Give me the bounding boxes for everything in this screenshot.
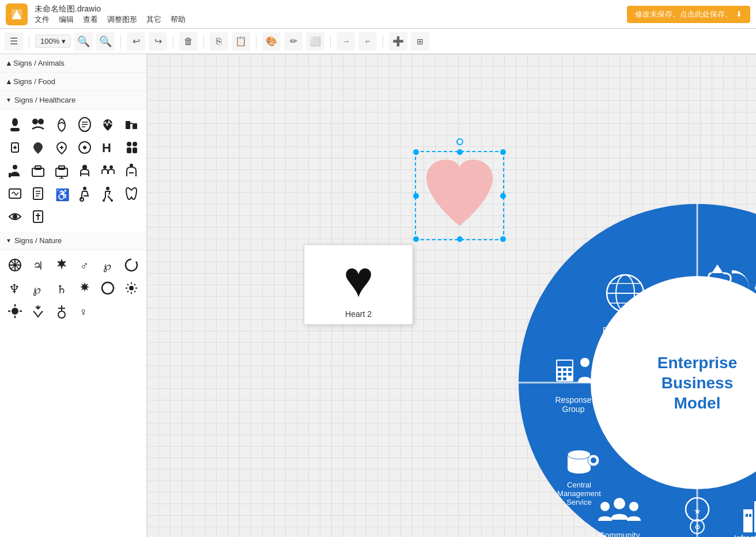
shape-btn[interactable]: ⬜ [306, 32, 324, 51]
svg-point-21 [127, 142, 131, 146]
hc-icon-9[interactable] [74, 137, 95, 158]
hc-icon-8[interactable] [51, 137, 72, 158]
nature-icon-5[interactable] [121, 255, 142, 275]
sidebar-toggle-btn[interactable]: ☰ [5, 32, 23, 51]
insert-btn[interactable]: ➕ [389, 32, 407, 51]
svg-text:℘: ℘ [103, 259, 111, 273]
hc-icon-17[interactable] [121, 160, 142, 181]
hc-icon-1[interactable] [28, 114, 48, 135]
hc-icon-20[interactable]: ♿ [51, 183, 72, 204]
svg-point-25 [13, 165, 17, 169]
toolbar: ☰ 100% ▾ 🔍 🔍 ↩ ↪ 🗑 ⎘ 📋 🎨 ✏ ⬜ → ⌐ ➕ ⊞ [0, 29, 756, 54]
svg-rect-10 [133, 123, 137, 129]
menu-adjust[interactable]: 调整图形 [107, 14, 137, 25]
canvas[interactable]: ♥ Heart 2 [147, 54, 756, 537]
hc-icon-22[interactable] [97, 183, 118, 204]
food-section-label: Signs / Food [13, 77, 55, 86]
nature-icon-3[interactable]: ♂ [74, 255, 95, 275]
svg-rect-124 [743, 509, 753, 532]
hc-icon-misc[interactable] [28, 206, 48, 227]
sidebar-section-nature[interactable]: ▼ Signs / Nature [0, 232, 146, 250]
waypoint-btn[interactable]: ⌐ [358, 32, 377, 51]
hc-icon-7[interactable] [28, 137, 48, 158]
zoom-out-btn[interactable]: 🔍 [74, 32, 93, 51]
menu-view[interactable]: 查看 [83, 14, 98, 25]
nature-icon-1[interactable]: ♃ [28, 255, 48, 275]
hc-icon-13[interactable] [28, 160, 48, 181]
nature-icon-11[interactable] [121, 278, 142, 298]
healthcare-arrow-icon: ▼ [6, 97, 12, 103]
nature-icon-2[interactable] [51, 255, 72, 275]
connector-btn[interactable]: → [337, 32, 355, 51]
svg-text:Model: Model [674, 394, 721, 412]
nature-icon-8[interactable]: ♄ [51, 278, 72, 298]
sep-7 [383, 35, 383, 48]
sep-4 [203, 35, 204, 48]
line-color-btn[interactable]: ✏ [284, 32, 303, 51]
svg-text:Business: Business [662, 374, 734, 392]
rotate-handle[interactable] [456, 138, 463, 145]
hc-icon-tooth[interactable] [121, 183, 142, 204]
delete-btn[interactable]: 🗑 [179, 32, 198, 51]
nature-icon-9[interactable] [74, 278, 95, 298]
nature-icon-15[interactable]: ♀ [74, 301, 95, 322]
svg-point-69 [129, 286, 134, 290]
svg-point-161 [580, 358, 589, 367]
nature-icon-13[interactable] [28, 301, 48, 322]
menu-edit[interactable]: 编辑 [59, 14, 74, 25]
table-btn[interactable]: ⊞ [411, 32, 429, 51]
sidebar-section-healthcare[interactable]: ▼ Signs / Healthcare [0, 91, 146, 109]
nature-icon-14[interactable] [51, 301, 72, 322]
nature-icon-10[interactable] [97, 278, 118, 298]
svg-rect-26 [9, 173, 11, 177]
hc-icon-14[interactable] [51, 160, 72, 181]
zoom-dropdown-icon: ▾ [62, 37, 66, 46]
hc-icon-16[interactable] [97, 160, 118, 181]
sidebar-section-animals[interactable]: ▶ Signs / Animals [0, 54, 146, 73]
svg-rect-24 [133, 148, 137, 153]
nature-icon-4[interactable]: ℘ [97, 255, 118, 275]
menu-other[interactable]: 其它 [146, 14, 161, 25]
nature-icon-7[interactable]: ℘ [28, 278, 48, 298]
hc-icon-eye[interactable] [5, 206, 25, 227]
zoom-control[interactable]: 100% ▾ [35, 35, 71, 48]
svg-point-144 [568, 464, 591, 474]
sep-6 [330, 35, 331, 48]
svg-point-50 [106, 187, 109, 190]
svg-rect-154 [563, 368, 566, 371]
hc-icon-5[interactable] [121, 114, 142, 135]
hc-icon-18[interactable] [5, 183, 25, 204]
redo-btn[interactable]: ↪ [149, 32, 167, 51]
hc-icon-11[interactable] [121, 137, 142, 158]
hc-icon-19[interactable] [28, 183, 48, 204]
zoom-in-btn[interactable]: 🔍 [96, 32, 115, 51]
undo-btn[interactable]: ↩ [127, 32, 145, 51]
hc-icon-4[interactable] [97, 114, 118, 135]
hc-icon-21[interactable] [74, 183, 95, 204]
menu-help[interactable]: 帮助 [171, 14, 186, 25]
save-notice[interactable]: 修改未保存。点击此处保存。 ⬇ [627, 6, 750, 23]
paste-btn[interactable]: 📋 [232, 32, 250, 51]
fill-color-btn[interactable]: 🎨 [262, 32, 281, 51]
sidebar-section-food[interactable]: ▶ Signs / Food [0, 73, 146, 91]
hc-icon-2[interactable] [51, 114, 72, 135]
svg-rect-155 [568, 368, 572, 371]
hc-icon-12[interactable] [5, 160, 25, 181]
hc-icon-0[interactable] [5, 114, 25, 135]
heart-selected-element[interactable] [415, 151, 504, 240]
hc-icon-6[interactable] [5, 137, 25, 158]
hc-icon-15[interactable] [74, 160, 95, 181]
zoom-value: 100% [40, 37, 59, 46]
svg-point-138 [614, 498, 625, 509]
menu-file[interactable]: 文件 [35, 14, 50, 25]
heart-large-icon: ♥ [343, 254, 373, 305]
copy-btn[interactable]: ⎘ [210, 32, 228, 51]
nature-icon-6[interactable]: ♆ [5, 278, 25, 298]
nature-icon-12[interactable] [5, 301, 25, 322]
hc-icon-3[interactable] [74, 114, 95, 135]
file-title: 未命名绘图.drawio [35, 4, 186, 14]
hc-icon-10[interactable]: H [97, 137, 118, 158]
nature-icon-0[interactable] [5, 255, 25, 275]
svg-point-1 [12, 118, 18, 126]
title-bar: 未命名绘图.drawio 文件 编辑 查看 调整图形 其它 帮助 修改未保存。点… [0, 0, 756, 29]
